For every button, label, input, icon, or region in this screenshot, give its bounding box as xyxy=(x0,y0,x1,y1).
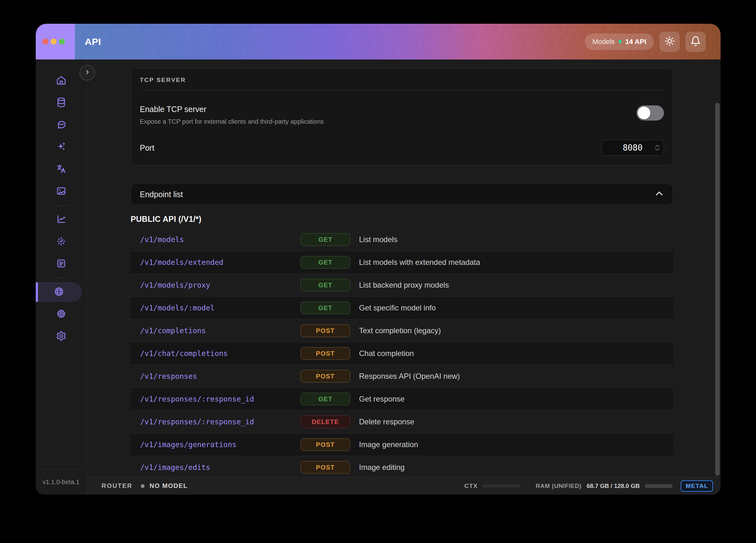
endpoint-row: /v1/models/:model GET Get specific model… xyxy=(131,297,673,319)
endpoint-path: /v1/images/generations xyxy=(140,441,301,449)
endpoint-description: Image generation xyxy=(359,440,418,449)
chat-icon xyxy=(56,119,66,131)
models-pill-count: 14 API xyxy=(625,38,646,46)
sidebar-item-notes[interactable] xyxy=(36,253,86,275)
sun-icon xyxy=(664,36,675,48)
bell-icon xyxy=(690,36,701,48)
enable-tcp-toggle[interactable] xyxy=(636,105,664,120)
notifications-button[interactable] xyxy=(685,32,706,52)
enable-tcp-description: Expose a TCP port for external clients a… xyxy=(140,118,324,125)
app-version: v1.1.0-beta.1 xyxy=(36,469,86,495)
endpoint-path: /v1/responses/:response_id xyxy=(140,395,301,403)
sidebar-divider xyxy=(53,205,69,206)
endpoint-description: List models with extended metadata xyxy=(359,258,480,267)
endpoint-table: /v1/models GET List models /v1/models/ex… xyxy=(131,228,673,477)
endpoint-row: /v1/responses POST Responses API (OpenAI… xyxy=(131,365,673,388)
sidebar-item-translate[interactable] xyxy=(36,158,86,180)
settings-scroll-area: TCP SERVER Enable TCP server Expose a TC… xyxy=(87,59,721,477)
sidebar-item-image[interactable] xyxy=(36,180,86,202)
sidebar-item-cpu[interactable] xyxy=(36,303,86,325)
sidebar-item-sparkles[interactable] xyxy=(36,136,86,158)
router-label: ROUTER xyxy=(102,482,133,490)
sidebar: v1.1.0-beta.1 xyxy=(36,59,87,495)
image-icon xyxy=(56,186,66,197)
port-label: Port xyxy=(140,143,154,152)
endpoint-row: /v1/models GET List models xyxy=(131,228,673,251)
endpoint-description: List backend proxy models xyxy=(359,281,449,290)
tcp-server-card: TCP SERVER Enable TCP server Expose a TC… xyxy=(131,68,673,165)
header: API Models 14 API xyxy=(75,24,721,59)
endpoint-description: List models xyxy=(359,235,397,244)
tcp-section-label: TCP SERVER xyxy=(140,77,664,83)
stepper-up-icon xyxy=(655,145,660,147)
port-value: 8080 xyxy=(623,143,643,152)
port-input[interactable]: 8080 xyxy=(601,140,664,156)
globe-icon xyxy=(54,287,64,298)
sidebar-item-home[interactable] xyxy=(36,70,86,92)
sidebar-expand-button[interactable] xyxy=(79,65,95,81)
theme-toggle-button[interactable] xyxy=(660,32,680,52)
endpoint-row: /v1/responses/:response_id GET Get respo… xyxy=(131,388,673,410)
endpoint-description: Get specific model info xyxy=(359,304,436,312)
sidebar-item-loader[interactable] xyxy=(36,231,86,253)
method-badge-post: POST xyxy=(301,347,350,360)
endpoint-path: /v1/responses/:response_id xyxy=(140,418,301,426)
sidebar-divider xyxy=(53,278,69,278)
divider xyxy=(140,90,664,90)
chevron-up-icon xyxy=(654,189,664,200)
metal-backend-badge: METAL xyxy=(681,480,713,492)
sidebar-item-globe[interactable] xyxy=(36,282,82,302)
page-title: API xyxy=(85,36,101,47)
chart-icon xyxy=(56,214,66,225)
vertical-scrollbar[interactable] xyxy=(715,103,720,476)
enable-tcp-label: Enable TCP server xyxy=(140,105,324,114)
endpoint-description: Chat completion xyxy=(359,349,414,358)
ram-value: 68.7 GB / 128.0 GB xyxy=(587,483,640,490)
cpu-icon xyxy=(56,309,66,320)
endpoint-row: /v1/chat/completions POST Chat completio… xyxy=(131,342,673,365)
close-window-button[interactable] xyxy=(42,39,48,45)
endpoint-row: /v1/models/proxy GET List backend proxy … xyxy=(131,274,673,297)
method-badge-delete: DELETE xyxy=(301,416,350,428)
sidebar-item-chart[interactable] xyxy=(36,208,86,231)
endpoint-path: /v1/completions xyxy=(140,327,301,335)
translate-icon xyxy=(56,163,66,175)
method-badge-get: GET xyxy=(301,233,350,246)
port-stepper[interactable] xyxy=(655,140,660,155)
method-badge-post: POST xyxy=(301,461,350,474)
model-status-label: NO MODEL xyxy=(150,482,188,490)
notes-icon xyxy=(56,258,66,270)
endpoint-list-header[interactable]: Endpoint list xyxy=(131,183,673,205)
ram-label: RAM (UNIFIED) xyxy=(536,483,582,490)
sparkles-icon xyxy=(56,141,66,153)
endpoint-path: /v1/models/extended xyxy=(140,258,301,266)
settings-icon xyxy=(56,331,66,343)
sidebar-item-chat[interactable] xyxy=(36,114,86,136)
endpoint-path: /v1/models xyxy=(140,235,301,244)
method-badge-get: GET xyxy=(301,256,350,268)
method-badge-post: POST xyxy=(301,438,350,451)
endpoint-list-title: Endpoint list xyxy=(140,190,183,199)
method-badge-get: GET xyxy=(301,393,350,405)
models-status-pill[interactable]: Models 14 API xyxy=(585,34,654,50)
zoom-window-button[interactable] xyxy=(59,39,65,45)
sidebar-item-settings[interactable] xyxy=(36,325,86,348)
endpoint-row: /v1/responses/:response_id DELETE Delete… xyxy=(131,410,673,433)
endpoint-row: /v1/completions POST Text completion (le… xyxy=(131,319,673,342)
sidebar-item-database[interactable] xyxy=(36,92,86,114)
chevron-right-icon xyxy=(84,69,90,76)
endpoint-description: Image editing xyxy=(359,463,405,472)
titlebar: API Models 14 API xyxy=(36,24,721,59)
endpoint-path: /v1/responses xyxy=(140,372,301,380)
method-badge-get: GET xyxy=(301,302,350,314)
endpoint-description: Get response xyxy=(359,395,405,404)
sidebar-nav xyxy=(36,59,86,469)
database-icon xyxy=(56,97,66,109)
minimize-window-button[interactable] xyxy=(51,39,57,45)
models-pill-label: Models xyxy=(592,38,615,46)
loader-icon xyxy=(56,236,66,248)
endpoint-path: /v1/chat/completions xyxy=(140,349,301,358)
method-badge-post: POST xyxy=(301,324,350,337)
statusbar: ROUTER NO MODEL CTX RAM (UNIFIED) 68.7 G… xyxy=(87,477,721,495)
divider xyxy=(528,481,528,491)
